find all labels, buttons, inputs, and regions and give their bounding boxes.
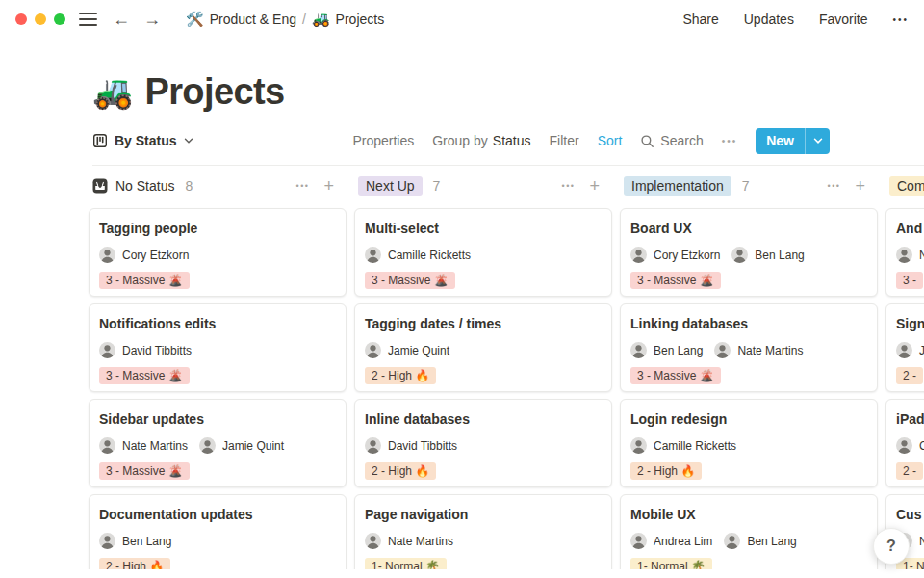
card-linking-databases[interactable]: Linking databases Ben Lang Nate Martins … bbox=[620, 303, 878, 392]
hammer-wrench-icon: 🛠️ bbox=[186, 11, 204, 28]
person: Ben Lang bbox=[724, 533, 796, 549]
more-options-icon[interactable]: ••• bbox=[892, 14, 909, 25]
column-more-icon[interactable]: ••• bbox=[296, 181, 310, 191]
new-button[interactable]: New bbox=[756, 128, 830, 154]
card-multi-select[interactable]: Multi-select Camille Ricketts 3 - Massiv… bbox=[354, 208, 612, 297]
person: David Tibbitts bbox=[99, 342, 192, 358]
person-name: David Tibbitts bbox=[388, 439, 457, 453]
column-status-pill[interactable]: Implementation bbox=[624, 176, 732, 196]
back-arrow-icon[interactable]: ← bbox=[113, 11, 130, 28]
person: Cory Etzkorn bbox=[99, 247, 189, 263]
zoom-window-button[interactable] bbox=[54, 13, 65, 25]
minimize-window-button[interactable] bbox=[35, 13, 46, 25]
column-add-icon[interactable]: + bbox=[589, 177, 600, 195]
view-name: By Status bbox=[115, 133, 177, 148]
card-tagging-dates-times[interactable]: Tagging dates / times Jamie Quint 2 - Hi… bbox=[354, 303, 612, 392]
priority-badge: 3 - Massive 🌋 bbox=[99, 462, 190, 480]
avatar bbox=[896, 342, 912, 358]
page-title[interactable]: Projects bbox=[144, 70, 284, 113]
sort-button[interactable]: Sort bbox=[598, 133, 623, 148]
avatar bbox=[732, 247, 748, 263]
person: Ben Lang bbox=[732, 247, 804, 263]
column-no-status: No Status 8 ••• + Tagging people Cory Et… bbox=[89, 174, 346, 569]
priority-badge: 3 - Massive 🌋 bbox=[365, 272, 455, 289]
priority-badge: 2 - High 🔥 bbox=[630, 462, 702, 480]
column-more-icon[interactable]: ••• bbox=[562, 181, 576, 191]
view-switcher-by-status[interactable]: By Status bbox=[92, 133, 193, 148]
card-login-redesign[interactable]: Login redesign Camille Ricketts 2 - High… bbox=[620, 399, 878, 487]
breadcrumb-item-projects[interactable]: 🚜 Projects bbox=[308, 9, 388, 30]
person-name: Ben Lang bbox=[747, 535, 796, 548]
breadcrumb: 🛠️ Product & Eng / 🚜 Projects bbox=[182, 9, 388, 30]
group-by-prefix: Group by bbox=[432, 133, 488, 148]
priority-badge: 1- Normal 🌴 bbox=[630, 558, 712, 569]
avatar bbox=[896, 247, 912, 263]
card-people: N bbox=[896, 247, 924, 263]
card-title: Sign bbox=[896, 315, 924, 332]
card-sidebar-updates[interactable]: Sidebar updates Nate Martins Jamie Quint… bbox=[89, 399, 346, 487]
view-toolbar: By Status Properties Group by Status Fil… bbox=[92, 127, 830, 154]
share-button[interactable]: Share bbox=[682, 12, 718, 27]
card-title: Cus bbox=[896, 506, 924, 523]
no-status-icon bbox=[92, 178, 108, 194]
person-name: Jamie Quint bbox=[222, 439, 284, 453]
person: N bbox=[896, 247, 924, 263]
close-window-button[interactable] bbox=[15, 13, 27, 25]
column-status-pill[interactable]: Com bbox=[889, 176, 924, 196]
person-name: Andrea Lim bbox=[654, 535, 712, 548]
card-people: Andrea Lim Ben Lang bbox=[630, 533, 867, 549]
column-implementation: Implementation 7 ••• + Board UX Cory Etz… bbox=[620, 174, 878, 569]
updates-button[interactable]: Updates bbox=[744, 12, 794, 27]
column-status-pill[interactable]: Next Up bbox=[358, 176, 423, 196]
favorite-button[interactable]: Favorite bbox=[819, 12, 868, 27]
person-name: Nate Martins bbox=[122, 439, 188, 453]
group-by-button[interactable]: Group by Status bbox=[432, 133, 530, 148]
card-documentation-updates[interactable]: Documentation updates Ben Lang 2 - High … bbox=[89, 494, 346, 569]
card-title: Tagging people bbox=[99, 220, 336, 237]
avatar bbox=[365, 342, 381, 358]
search-button[interactable]: Search bbox=[640, 133, 703, 148]
avatar bbox=[630, 247, 647, 263]
priority-badge: 3 - Massive 🌋 bbox=[630, 272, 721, 289]
card-inline-databases[interactable]: Inline databases David Tibbitts 2 - High… bbox=[354, 399, 612, 487]
new-button-label[interactable]: New bbox=[756, 128, 805, 154]
card-tagging-people[interactable]: Tagging people Cory Etzkorn 3 - Massive … bbox=[89, 208, 346, 297]
card-title: Sidebar updates bbox=[99, 410, 336, 428]
column-count: 7 bbox=[742, 178, 750, 194]
breadcrumb-item-product-eng[interactable]: 🛠️ Product & Eng bbox=[182, 9, 300, 30]
sidebar-toggle-icon[interactable] bbox=[79, 11, 97, 28]
toolbar-more-icon[interactable]: ••• bbox=[722, 136, 738, 146]
column-title[interactable]: No Status bbox=[116, 178, 174, 194]
card-board-ux[interactable]: Board UX Cory Etzkorn Ben Lang 3 - Massi… bbox=[620, 208, 878, 297]
properties-button[interactable]: Properties bbox=[352, 133, 414, 148]
card-title: iPad bbox=[896, 410, 924, 428]
new-button-dropdown[interactable] bbox=[806, 128, 830, 154]
priority-badge: 3 - bbox=[896, 272, 923, 289]
priority-badge: 2 - High 🔥 bbox=[365, 367, 436, 384]
avatar bbox=[896, 437, 912, 454]
column-completed-clipped: Com ••• + And N 3 - Sign J bbox=[886, 174, 924, 569]
person: Ben Lang bbox=[630, 342, 703, 358]
card-mobile-ux[interactable]: Mobile UX Andrea Lim Ben Lang 1- Normal … bbox=[620, 494, 878, 569]
avatar bbox=[99, 247, 116, 263]
person-name: N bbox=[919, 535, 924, 548]
column-count: 8 bbox=[185, 178, 192, 194]
card-clipped-1[interactable]: And N 3 - bbox=[886, 208, 924, 297]
column-more-icon[interactable]: ••• bbox=[828, 181, 841, 191]
filter-button[interactable]: Filter bbox=[550, 133, 579, 148]
card-clipped-3[interactable]: iPad C 2 - bbox=[886, 399, 924, 487]
column-add-icon[interactable]: + bbox=[855, 177, 865, 195]
column-add-icon[interactable]: + bbox=[323, 177, 334, 195]
card-clipped-2[interactable]: Sign J 2 - bbox=[886, 303, 924, 392]
help-button[interactable]: ? bbox=[873, 528, 910, 565]
column-next-up: Next Up 7 ••• + Multi-select Camille Ric… bbox=[354, 174, 612, 569]
avatar bbox=[99, 533, 116, 549]
card-page-navigation[interactable]: Page navigation Nate Martins 1- Normal 🌴 bbox=[354, 494, 612, 569]
card-notifications-edits[interactable]: Notifications edits David Tibbitts 3 - M… bbox=[89, 303, 346, 392]
forward-arrow-icon[interactable]: → bbox=[143, 11, 161, 28]
page-tractor-icon[interactable]: 🚜 bbox=[92, 75, 133, 108]
card-people: Camille Ricketts bbox=[365, 247, 602, 263]
priority-badge: 2 - bbox=[896, 462, 923, 480]
card-title: Login redesign bbox=[630, 410, 867, 428]
person: Jamie Quint bbox=[365, 342, 449, 358]
